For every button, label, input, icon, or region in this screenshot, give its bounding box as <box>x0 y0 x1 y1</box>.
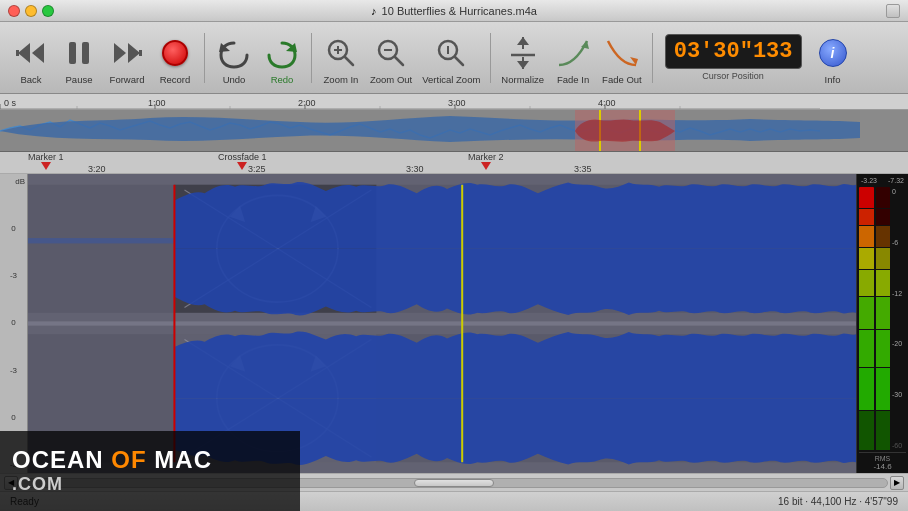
close-button[interactable] <box>8 5 20 17</box>
vu-scale-0: 0 <box>892 188 906 195</box>
svg-text:1:00: 1:00 <box>148 98 166 108</box>
vu-left-channel <box>859 187 874 450</box>
svg-rect-7 <box>139 50 142 56</box>
vertical-zoom-button[interactable]: Vertical Zoom <box>418 26 484 90</box>
svg-rect-4 <box>82 42 89 64</box>
back-button[interactable]: Back <box>8 26 54 90</box>
zoom-in-label: Zoom In <box>324 74 359 85</box>
time-mark-335: 3:35 <box>574 164 592 174</box>
undo-label: Undo <box>223 74 246 85</box>
scrollbar-thumb[interactable] <box>414 479 494 487</box>
watermark: OCEAN OF MAC .COM <box>0 431 300 511</box>
svg-marker-1 <box>32 43 44 63</box>
vu-meter: -3.23 -7.32 <box>856 174 908 473</box>
vertical-zoom-label: Vertical Zoom <box>422 74 480 85</box>
info-button[interactable]: i Info <box>810 26 856 90</box>
marker-bar: Marker 1 Crossfade 1 Marker 2 3:20 3:25 … <box>0 152 908 174</box>
resize-button[interactable] <box>886 4 900 18</box>
db-0-val: 0 <box>2 225 25 233</box>
timeline-ruler: 0 s 1:00 2:00 3:00 4:00 <box>0 94 908 110</box>
vu-yellow1-left <box>859 248 874 269</box>
scroll-right-button[interactable]: ▶ <box>890 476 904 490</box>
vu-orange-right <box>876 226 891 247</box>
rms-label: RMS <box>859 455 906 462</box>
rms-value: -14.6 <box>859 462 906 471</box>
redo-label: Redo <box>271 74 294 85</box>
window-title: 10 Butterflies & Hurricanes.m4a <box>382 5 537 17</box>
overview-waveform[interactable] <box>0 110 908 152</box>
vu-green-dark-left <box>859 411 874 450</box>
record-icon <box>162 40 188 66</box>
toolbar: Back Pause Forward Record <box>0 22 908 94</box>
zoom-in-icon <box>325 37 357 69</box>
marker-timeline: Marker 1 Crossfade 1 Marker 2 3:20 3:25 … <box>28 152 856 174</box>
db-neg3: -3 <box>2 272 25 280</box>
vu-green1-left <box>859 297 874 329</box>
cursor-position-label: Cursor Position <box>702 71 764 81</box>
db-0-3: 0 <box>2 414 25 422</box>
vu-red-mid-right <box>876 209 891 225</box>
cursor-position-section: 03'30"133 Cursor Position <box>665 34 802 81</box>
minimize-button[interactable] <box>25 5 37 17</box>
toolbar-divider-3 <box>490 33 491 83</box>
info-label: Info <box>825 74 841 85</box>
svg-rect-62 <box>28 238 174 243</box>
zoom-out-label: Zoom Out <box>370 74 412 85</box>
back-icon <box>14 38 48 68</box>
vu-red-top-right <box>876 187 891 208</box>
normalize-label: Normalize <box>501 74 544 85</box>
zoom-out-button[interactable]: Zoom Out <box>366 26 416 90</box>
vu-peak-left: -3.23 <box>861 177 877 184</box>
pause-label: Pause <box>66 74 93 85</box>
watermark-line2: .COM <box>12 474 300 495</box>
watermark-of: OF <box>111 446 146 473</box>
fade-out-icon <box>604 37 640 69</box>
svg-line-13 <box>345 57 353 65</box>
marker-1: Marker 1 <box>28 152 64 170</box>
overview-svg <box>0 110 860 152</box>
forward-button[interactable]: Forward <box>104 26 150 90</box>
watermark-mac: MAC <box>147 446 212 473</box>
vu-scale-60: -60 <box>892 442 906 449</box>
time-mark-330: 3:30 <box>406 164 424 174</box>
svg-marker-24 <box>517 61 529 69</box>
vu-red-mid-left <box>859 209 874 225</box>
waveform-row: dB 0 -3 0 -3 0 -3 <box>0 174 908 473</box>
watermark-line1: OCEAN OF MAC <box>12 447 300 473</box>
redo-icon <box>264 37 300 69</box>
undo-button[interactable]: Undo <box>211 26 257 90</box>
svg-text:4:00: 4:00 <box>598 98 616 108</box>
vu-green2-left <box>859 330 874 367</box>
fade-out-button[interactable]: Fade Out <box>598 26 646 90</box>
title-bar: ♪ 10 Butterflies & Hurricanes.m4a <box>0 0 908 22</box>
vu-yellow2-right <box>876 270 891 296</box>
db-scale: dB 0 -3 0 -3 0 -3 <box>0 174 28 473</box>
vertical-zoom-icon <box>435 37 467 69</box>
waveform-display[interactable] <box>28 174 856 473</box>
info-icon: i <box>819 39 847 67</box>
redo-button[interactable]: Redo <box>259 26 305 90</box>
time-mark-320: 3:20 <box>88 164 106 174</box>
pause-button[interactable]: Pause <box>56 26 102 90</box>
vu-scale-labels: 0 -6 -12 -20 -30 -60 <box>892 187 906 450</box>
fade-in-button[interactable]: Fade In <box>550 26 596 90</box>
record-button[interactable]: Record <box>152 26 198 90</box>
crossfade-1-triangle <box>237 162 247 170</box>
toolbar-divider-1 <box>204 33 205 83</box>
toolbar-divider-2 <box>311 33 312 83</box>
maximize-button[interactable] <box>42 5 54 17</box>
forward-icon <box>110 38 144 68</box>
svg-text:0 s: 0 s <box>4 98 17 108</box>
vu-red-top-left <box>859 187 874 208</box>
time-mark-325: 3:25 <box>248 164 266 174</box>
waveform-svg <box>28 174 856 473</box>
db-neg3-2: -3 <box>2 367 25 375</box>
marker-1-triangle <box>41 162 51 170</box>
ruler-svg: 0 s 1:00 2:00 3:00 4:00 <box>0 94 820 110</box>
forward-label: Forward <box>110 74 145 85</box>
normalize-button[interactable]: Normalize <box>497 26 548 90</box>
cursor-position-display: 03'30"133 <box>665 34 802 69</box>
marker-1-label: Marker 1 <box>28 152 64 162</box>
zoom-in-button[interactable]: Zoom In <box>318 26 364 90</box>
svg-line-16 <box>395 57 403 65</box>
